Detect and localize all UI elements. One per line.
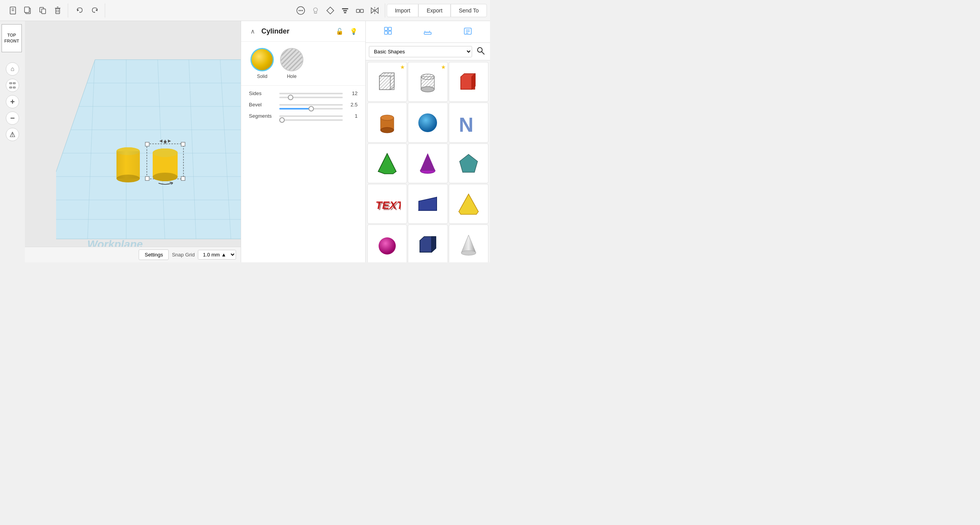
svg-marker-20	[327, 7, 334, 14]
zoom-in-button[interactable]: +	[6, 95, 19, 108]
sides-slider[interactable]	[279, 97, 343, 98]
fit-nav-button[interactable]	[6, 79, 19, 92]
action-buttons: Import Export Send To	[387, 4, 487, 17]
svg-marker-27	[371, 8, 374, 13]
category-select[interactable]: Basic Shapes	[369, 46, 472, 57]
sides-value: 12	[346, 90, 358, 96]
segments-value: 1	[346, 113, 358, 119]
lightbulb-tool[interactable]	[308, 4, 323, 18]
svg-rect-64	[145, 142, 149, 146]
view-cube[interactable]: TOP FRONT	[2, 24, 23, 55]
selected-cylinder-container[interactable]	[144, 138, 187, 190]
bevel-slider[interactable]	[279, 108, 343, 110]
shape-item-box[interactable]: ★	[367, 62, 407, 102]
shape-tool[interactable]	[323, 4, 337, 18]
svg-rect-24	[356, 9, 360, 12]
shape-item-sphere-blue[interactable]	[408, 103, 448, 142]
library-header-tabs	[366, 21, 490, 43]
snap-dropdown[interactable]: 1.0 mm ▲ 0.5 mm 2.0 mm 5.0 mm	[198, 250, 236, 260]
properties-panel: ∧ Cylinder 🔓 💡 Solid Hole Sides	[241, 21, 365, 262]
settings-button[interactable]: Settings	[139, 249, 169, 260]
svg-rect-76	[424, 32, 431, 34]
visibility-button[interactable]: 💡	[348, 26, 359, 37]
svg-rect-75	[388, 31, 391, 34]
svg-rect-6	[42, 9, 46, 14]
svg-rect-67	[181, 177, 185, 180]
star-badge: ★	[400, 64, 405, 70]
bevel-row: Bevel 2.5	[249, 102, 358, 108]
comment-tool[interactable]	[294, 4, 308, 18]
home-nav-button[interactable]: ⌂	[6, 62, 19, 76]
shape-item-shape-teal[interactable]	[449, 143, 488, 183]
svg-marker-104	[378, 154, 396, 174]
lock-button[interactable]: 🔓	[334, 26, 345, 37]
shape-item-wedge-blue[interactable]	[408, 184, 448, 224]
shape-item-cube-darkblue[interactable]	[408, 224, 448, 262]
solid-label: Solid	[257, 74, 268, 79]
export-button[interactable]: Export	[418, 4, 450, 17]
svg-rect-7	[56, 9, 60, 14]
shape-item-box-red[interactable]	[449, 62, 488, 102]
svg-rect-25	[360, 9, 363, 12]
shape-item-cone-purple[interactable]	[408, 143, 448, 183]
svg-line-86	[482, 52, 484, 54]
shape-item-text-red[interactable]: TEXT TEXT	[367, 184, 407, 224]
bevel-track	[279, 104, 343, 106]
shape-item-pyramid-yellow[interactable]	[449, 184, 488, 224]
notes-tab[interactable]	[448, 23, 488, 40]
svg-point-121	[461, 251, 476, 255]
grid-view-tab[interactable]	[368, 23, 408, 40]
undo-button[interactable]	[73, 4, 87, 18]
segments-label: Segments	[249, 113, 276, 119]
view-cube-front: FRONT	[4, 38, 19, 44]
svg-point-16	[300, 10, 301, 11]
svg-marker-113	[419, 197, 437, 210]
svg-rect-4	[25, 7, 29, 12]
shape-item-cylinder-striped[interactable]: ★	[408, 62, 448, 102]
shape-item-cylinder-orange[interactable]	[367, 103, 407, 142]
shape-item-pyramid-green[interactable]	[367, 143, 407, 183]
zoom-out-button[interactable]: −	[6, 111, 19, 125]
svg-marker-13	[95, 9, 97, 11]
svg-marker-115	[459, 194, 478, 214]
svg-marker-120	[461, 235, 476, 253]
align-tool[interactable]	[338, 4, 352, 18]
mirror-tool[interactable]	[368, 4, 382, 18]
canvas-area[interactable]: Workplane	[25, 21, 241, 262]
svg-marker-119	[432, 237, 436, 252]
sendto-button[interactable]: Send To	[451, 4, 487, 17]
segments-slider[interactable]	[279, 119, 343, 121]
import-button[interactable]: Import	[387, 4, 419, 17]
group-tool[interactable]	[353, 4, 367, 18]
svg-marker-70	[159, 140, 162, 143]
history-tools	[70, 4, 105, 18]
view-tools	[291, 4, 385, 18]
shape-item-text-n[interactable]: N	[449, 103, 488, 142]
new-button[interactable]	[6, 4, 20, 18]
solid-option[interactable]: Solid	[250, 48, 274, 79]
copy-button[interactable]	[36, 4, 50, 18]
cylinder-unselected[interactable]	[113, 143, 144, 186]
svg-marker-71	[168, 140, 171, 143]
shapes-grid: ★ ★	[366, 60, 490, 262]
duplicate-button[interactable]	[21, 4, 35, 18]
redo-button[interactable]	[88, 4, 102, 18]
hole-option[interactable]: Hole	[280, 48, 303, 79]
bottom-bar: Settings Snap Grid 1.0 mm ▲ 0.5 mm 2.0 m…	[25, 247, 241, 262]
solid-circle[interactable]	[250, 48, 274, 71]
panel-collapse-button[interactable]: ∧	[247, 26, 258, 37]
shape-item-sphere-pink[interactable]	[367, 224, 407, 262]
shape-item-cone-white[interactable]	[449, 224, 488, 262]
svg-point-15	[298, 10, 300, 11]
hole-circle[interactable]	[280, 48, 303, 71]
svg-point-116	[379, 237, 396, 255]
svg-point-100	[381, 127, 394, 133]
perspective-button[interactable]	[6, 128, 19, 141]
panel-header: ∧ Cylinder 🔓 💡	[241, 21, 365, 42]
svg-text:TEXT: TEXT	[377, 200, 401, 212]
selected-cylinder[interactable]	[144, 138, 187, 189]
measure-tab[interactable]	[408, 23, 448, 40]
delete-button[interactable]	[51, 4, 65, 18]
search-button[interactable]	[474, 45, 487, 58]
bevel-label: Bevel	[249, 102, 276, 108]
